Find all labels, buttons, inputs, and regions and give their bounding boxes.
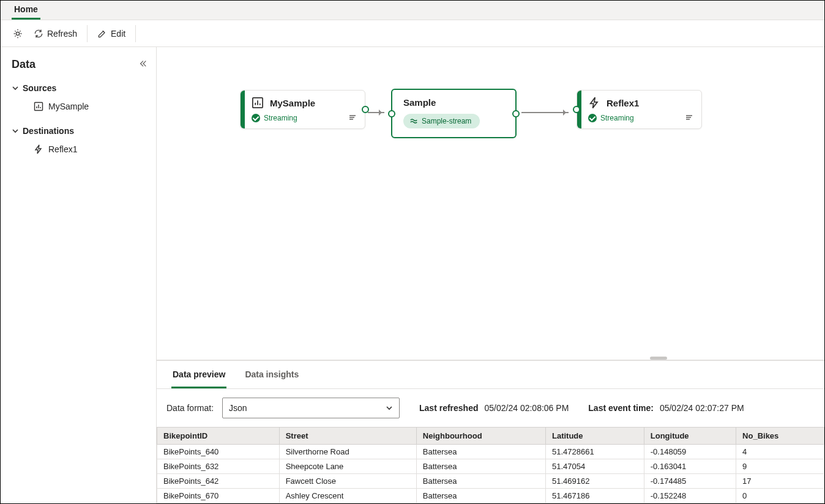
table-cell: 9 bbox=[736, 459, 824, 474]
table-cell: Sheepcote Lane bbox=[279, 459, 416, 474]
table-row[interactable]: BikePoints_670Ashley CrescentBattersea51… bbox=[157, 489, 824, 503]
tree-item-label: MySample bbox=[48, 102, 89, 111]
tab-data-preview[interactable]: Data preview bbox=[171, 361, 226, 388]
node-title: Sample bbox=[403, 97, 436, 108]
stream-chip-label: Sample-stream bbox=[422, 117, 471, 125]
last-refreshed-value: 05/02/24 02:08:06 PM bbox=[485, 403, 569, 413]
tree-group-label: Destinations bbox=[23, 126, 74, 136]
tree-group-label: Sources bbox=[23, 83, 56, 93]
chevron-down-icon bbox=[12, 127, 19, 135]
chevron-down-icon bbox=[12, 84, 19, 92]
chevron-down-icon bbox=[386, 404, 393, 412]
node-status-label: Streaming bbox=[264, 114, 297, 122]
table-cell: Fawcett Close bbox=[279, 474, 416, 489]
table-cell: 51.469162 bbox=[545, 474, 644, 489]
refresh-icon bbox=[34, 29, 43, 39]
table-cell: -0.148059 bbox=[644, 445, 736, 459]
collapse-panel-button[interactable] bbox=[139, 59, 147, 68]
last-event-label: Last event time: bbox=[588, 403, 654, 413]
settings-button[interactable] bbox=[8, 24, 28, 43]
table-cell: Battersea bbox=[416, 474, 545, 489]
lightning-icon bbox=[588, 97, 600, 109]
toolbar-separator bbox=[135, 25, 136, 42]
port-out[interactable] bbox=[512, 110, 520, 117]
table-cell: -0.174485 bbox=[644, 474, 736, 489]
data-table: BikepointIDStreetNeighbourhoodLatitudeLo… bbox=[157, 427, 824, 503]
table-cell: BikePoints_642 bbox=[157, 474, 280, 489]
edit-button[interactable]: Edit bbox=[94, 24, 129, 43]
refresh-label: Refresh bbox=[47, 29, 77, 39]
node-title: Reflex1 bbox=[607, 98, 639, 108]
node-menu-button[interactable] bbox=[348, 113, 357, 122]
table-cell: -0.163041 bbox=[644, 459, 736, 474]
toolbar-separator bbox=[87, 25, 88, 42]
node-status-label: Streaming bbox=[600, 114, 634, 122]
table-header[interactable]: Latitude bbox=[545, 428, 644, 445]
last-refreshed-label: Last refreshed bbox=[419, 403, 478, 413]
data-format-label: Data format: bbox=[166, 403, 214, 413]
tree-group-destinations[interactable]: Destinations bbox=[12, 122, 151, 139]
tree-group-sources[interactable]: Sources bbox=[12, 80, 151, 97]
table-header[interactable]: Longitude bbox=[644, 428, 736, 445]
bottom-panel: Data preview Data insights Data format: … bbox=[157, 360, 824, 503]
table-cell: Battersea bbox=[416, 445, 545, 459]
toolbar: Refresh Edit bbox=[1, 20, 824, 47]
menu-icon bbox=[348, 113, 357, 122]
panel-resize-handle[interactable] bbox=[650, 357, 667, 360]
node-accent bbox=[241, 91, 245, 128]
node-source[interactable]: MySample Streaming bbox=[240, 90, 365, 129]
table-cell: Silverthorne Road bbox=[279, 445, 416, 459]
refresh-button[interactable]: Refresh bbox=[30, 24, 81, 43]
table-cell: BikePoints_670 bbox=[157, 489, 280, 503]
table-cell: -0.152248 bbox=[644, 489, 736, 503]
port-in[interactable] bbox=[573, 106, 580, 113]
tree-item-reflex1[interactable]: Reflex1 bbox=[12, 139, 151, 159]
status-ok-icon bbox=[588, 114, 597, 122]
table-header[interactable]: No_Bikes bbox=[736, 428, 824, 445]
lightning-icon bbox=[34, 144, 43, 154]
table-cell: Battersea bbox=[416, 459, 545, 474]
gear-icon bbox=[12, 28, 23, 39]
table-row[interactable]: BikePoints_640Silverthorne RoadBattersea… bbox=[157, 445, 824, 459]
menu-icon bbox=[684, 113, 694, 122]
svg-point-0 bbox=[16, 32, 19, 35]
chart-icon bbox=[34, 102, 43, 111]
panel-title: Data bbox=[12, 58, 151, 71]
chart-icon bbox=[252, 97, 264, 109]
tree-item-label: Reflex1 bbox=[48, 144, 77, 154]
table-cell: BikePoints_632 bbox=[157, 459, 280, 474]
table-cell: 51.47054 bbox=[545, 459, 644, 474]
tab-data-insights[interactable]: Data insights bbox=[244, 361, 300, 388]
node-menu-button[interactable] bbox=[684, 113, 694, 122]
tree-item-mysample[interactable]: MySample bbox=[12, 97, 151, 116]
table-row[interactable]: BikePoints_642Fawcett CloseBattersea51.4… bbox=[157, 474, 824, 489]
canvas[interactable]: MySample Streaming bbox=[157, 47, 824, 360]
tab-home[interactable]: Home bbox=[12, 1, 40, 20]
node-dest[interactable]: Reflex1 Streaming bbox=[577, 90, 702, 129]
stream-chip[interactable]: Sample-stream bbox=[403, 114, 480, 128]
data-format-select[interactable]: Json bbox=[222, 398, 400, 418]
node-sample[interactable]: Sample Sample-stream bbox=[391, 89, 517, 138]
table-header[interactable]: Street bbox=[279, 428, 416, 445]
last-event-value: 05/02/24 02:07:27 PM bbox=[660, 403, 744, 413]
edit-icon bbox=[97, 29, 107, 39]
ribbon-tabstrip: Home bbox=[1, 1, 824, 20]
table-header[interactable]: Neighbourhood bbox=[416, 428, 545, 445]
table-cell: 51.467186 bbox=[545, 489, 644, 503]
edit-label: Edit bbox=[111, 29, 125, 39]
table-cell: Ashley Crescent bbox=[279, 489, 416, 503]
chevron-double-left-icon bbox=[139, 59, 147, 68]
left-panel: Data Sources bbox=[1, 47, 157, 503]
edge bbox=[368, 112, 384, 113]
port-out[interactable] bbox=[362, 106, 369, 113]
node-title: MySample bbox=[270, 98, 315, 108]
table-cell: 4 bbox=[736, 445, 824, 459]
table-cell: 51.4728661 bbox=[545, 445, 644, 459]
table-cell: 0 bbox=[736, 489, 824, 503]
table-row[interactable]: BikePoints_632Sheepcote LaneBattersea51.… bbox=[157, 459, 824, 474]
port-in[interactable] bbox=[388, 110, 395, 117]
table-cell: Battersea bbox=[416, 489, 545, 503]
data-format-value: Json bbox=[229, 403, 247, 413]
table-header[interactable]: BikepointID bbox=[157, 428, 280, 445]
edge bbox=[521, 112, 569, 113]
